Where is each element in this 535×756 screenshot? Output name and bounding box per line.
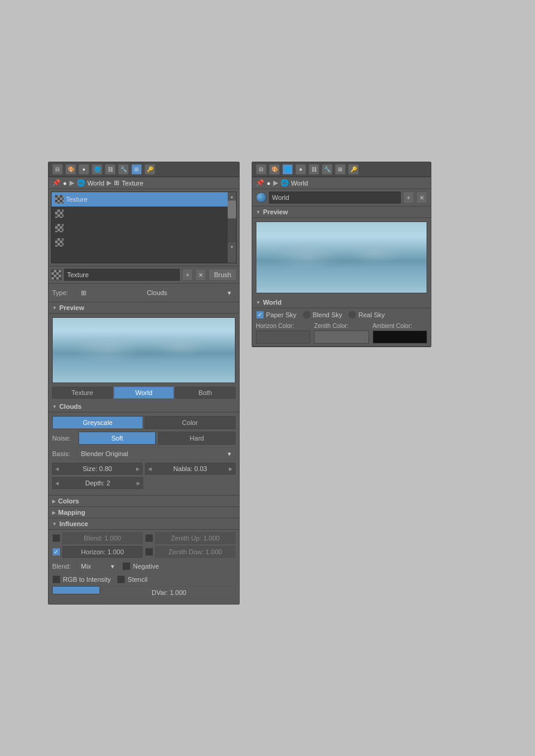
rgb-intensity-label: RGB to Intensity bbox=[63, 576, 111, 583]
texture-list-item-4[interactable] bbox=[52, 235, 236, 250]
zenith-up-checkbox[interactable] bbox=[145, 534, 153, 542]
header-icon-2[interactable]: 🎨 bbox=[65, 164, 76, 175]
right-header-icon-3[interactable]: ● bbox=[295, 164, 306, 175]
nabla-field[interactable]: ◀ Nabla: 0.03 ▶ bbox=[145, 463, 235, 475]
world-section-header[interactable]: ▼ World bbox=[252, 297, 431, 308]
horizon-checkbox[interactable] bbox=[52, 548, 61, 556]
texture-add-btn[interactable]: + bbox=[182, 269, 193, 281]
right-panel: ⊟ 🎨 🌐 ● ⛓ 🔧 ⊞ 🔑 📌 ● ▶ 🌐 World + ✕ ▼ bbox=[252, 162, 431, 347]
right-header-icon-4[interactable]: ⛓ bbox=[309, 164, 319, 175]
size-field[interactable]: ◀ Size: 0.80 ▶ bbox=[52, 463, 143, 475]
world-remove-btn[interactable]: ✕ bbox=[416, 192, 427, 204]
right-header-icon-1[interactable]: ⊟ bbox=[256, 164, 267, 175]
texture-name-input[interactable] bbox=[64, 269, 180, 281]
real-sky-icon bbox=[348, 311, 356, 319]
zenith-color-swatch[interactable] bbox=[314, 330, 368, 344]
scrollbar-thumb[interactable] bbox=[228, 201, 236, 218]
basis-dropdown[interactable]: Blender Original ▾ bbox=[77, 447, 235, 460]
texture-list-item-2[interactable] bbox=[52, 207, 236, 221]
blend-checkbox[interactable] bbox=[52, 534, 61, 542]
btn-hard[interactable]: Hard bbox=[158, 432, 235, 445]
dvar-btn[interactable]: DVar: 1.000 bbox=[102, 586, 235, 599]
header-icon-4[interactable]: 🌐 bbox=[92, 164, 102, 175]
texture-list-item-3[interactable] bbox=[52, 221, 236, 235]
colors-section-header[interactable]: ▶ Colors bbox=[49, 496, 239, 507]
brush-btn[interactable]: Brush bbox=[208, 269, 237, 281]
clouds-header[interactable]: ▼ Clouds bbox=[49, 401, 239, 412]
header-icon-5[interactable]: ⛓ bbox=[105, 164, 116, 175]
type-checker-icon: ⊞ bbox=[81, 289, 86, 297]
influence-header[interactable]: ▼ Influence bbox=[49, 518, 239, 530]
btn-greyscale[interactable]: Greyscale bbox=[52, 416, 143, 429]
right-breadcrumb-world[interactable]: World bbox=[291, 180, 309, 187]
right-breadcrumb: 📌 ● ▶ 🌐 World bbox=[252, 177, 431, 189]
scroll-up[interactable]: ▲ bbox=[228, 192, 236, 201]
basis-row: Basis: Blender Original ▾ bbox=[52, 447, 235, 460]
zenith-dow-btn[interactable]: Zenith Dow: 1.000 bbox=[155, 546, 235, 558]
depth-label: Depth: 2 bbox=[59, 479, 137, 487]
header-icon-1[interactable]: ⊟ bbox=[52, 164, 63, 175]
greyscale-color-row: Greyscale Color bbox=[52, 416, 235, 429]
btn-color[interactable]: Color bbox=[144, 416, 235, 429]
header-icon-texture[interactable]: ⊞ bbox=[131, 164, 142, 175]
right-header-icon-5[interactable]: 🔧 bbox=[322, 164, 333, 175]
type-dropdown[interactable]: ⊞ Clouds ▾ bbox=[77, 286, 235, 299]
zenith-color-group: Zenith Color: bbox=[314, 323, 368, 344]
basis-arrow: ▾ bbox=[228, 450, 231, 458]
preview-header[interactable]: ▼ Preview bbox=[49, 302, 239, 314]
breadcrumb-world[interactable]: World bbox=[87, 180, 105, 187]
blend-mode-row: Blend: Mix ▾ Negative bbox=[52, 560, 235, 573]
texture-list-item-1[interactable]: Texture bbox=[52, 192, 236, 207]
noise-row: Noise: Soft Hard bbox=[52, 432, 235, 445]
mapping-section-header[interactable]: ▶ Mapping bbox=[49, 507, 239, 518]
horizon-color-swatch[interactable] bbox=[256, 330, 310, 344]
tab-both[interactable]: Both bbox=[175, 387, 235, 399]
stencil-checkbox[interactable] bbox=[117, 575, 125, 584]
texture-remove-btn[interactable]: ✕ bbox=[195, 269, 206, 281]
header-icon-3[interactable]: ● bbox=[78, 164, 89, 175]
header-icon-7[interactable]: 🔑 bbox=[144, 164, 155, 175]
horizon-btn[interactable]: Horizon: 1.000 bbox=[62, 546, 143, 558]
preview-arrow: ▼ bbox=[52, 305, 57, 311]
zenith-dow-field: Zenith Dow: 1.000 bbox=[145, 546, 235, 558]
world-add-btn[interactable]: + bbox=[403, 192, 414, 204]
texture-icon-2 bbox=[55, 210, 64, 218]
tab-world[interactable]: World bbox=[114, 387, 174, 399]
scroll-down[interactable]: ▼ bbox=[228, 242, 236, 251]
blend-mode-label: Blend: bbox=[52, 563, 73, 570]
right-header-icon-6[interactable]: ⊞ bbox=[335, 164, 346, 175]
texture-list[interactable]: Texture ▲ ▼ bbox=[51, 192, 237, 263]
left-panel-header: ⊟ 🎨 ● 🌐 ⛓ 🔧 ⊞ 🔑 bbox=[49, 162, 239, 177]
influence-title: Influence bbox=[59, 520, 88, 527]
ambient-color-swatch[interactable] bbox=[373, 330, 427, 344]
rgb-intensity-checkbox[interactable] bbox=[52, 575, 61, 584]
depth-field[interactable]: ◀ Depth: 2 ▶ bbox=[52, 477, 143, 489]
right-header-icon-world[interactable]: 🌐 bbox=[282, 164, 293, 175]
horizon-color-label: Horizon Color: bbox=[256, 323, 310, 329]
texture-list-scrollbar[interactable]: ▲ ▼ bbox=[228, 192, 236, 263]
zenith-dow-checkbox[interactable] bbox=[145, 548, 153, 556]
right-header-icon-7[interactable]: 🔑 bbox=[348, 164, 359, 175]
rgb-intensity-row: RGB to Intensity bbox=[52, 575, 111, 584]
ambient-color-group: Ambient Color: bbox=[373, 323, 427, 344]
breadcrumb-texture[interactable]: Texture bbox=[122, 180, 143, 187]
right-preview-header[interactable]: ▼ Preview bbox=[252, 207, 431, 218]
influence-section: Blend: 1.000 Zenith Up: 1.000 Horizon: 1… bbox=[49, 530, 239, 604]
header-icon-6[interactable]: 🔧 bbox=[118, 164, 129, 175]
world-name-input[interactable] bbox=[269, 192, 401, 204]
nabla-arrow-right: ▶ bbox=[229, 466, 232, 472]
tab-texture[interactable]: Texture bbox=[52, 387, 113, 399]
btn-soft[interactable]: Soft bbox=[78, 432, 156, 445]
horizon-color-group: Horizon Color: bbox=[256, 323, 310, 344]
zenith-up-btn[interactable]: Zenith Up: 1.000 bbox=[155, 532, 235, 544]
right-header-icon-2[interactable]: 🎨 bbox=[269, 164, 280, 175]
type-value: Clouds bbox=[147, 289, 167, 296]
world-settings: Paper Sky Blend Sky Real Sky Horizon Col… bbox=[252, 308, 431, 347]
paper-sky-checkbox[interactable] bbox=[256, 311, 264, 319]
blend-mode-dropdown[interactable]: Mix ▾ bbox=[77, 560, 119, 573]
blend-value-btn[interactable]: Blend: 1.000 bbox=[62, 532, 143, 544]
colors-arrow-icon: ▶ bbox=[52, 499, 56, 504]
real-sky-item: Real Sky bbox=[348, 311, 385, 319]
negative-checkbox[interactable] bbox=[122, 562, 131, 570]
texture-icon-1 bbox=[55, 195, 64, 204]
